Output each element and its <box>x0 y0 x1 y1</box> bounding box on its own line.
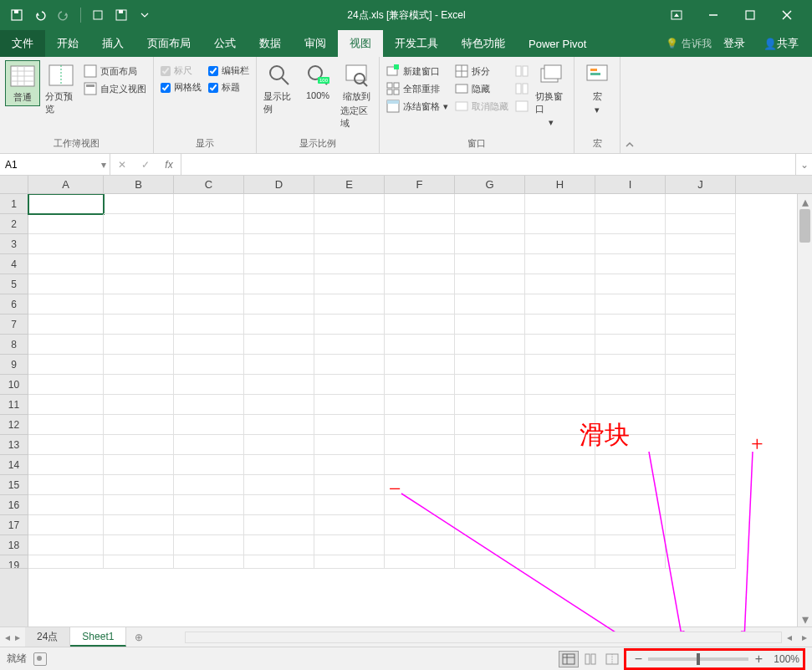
cell-J8[interactable] <box>666 335 736 355</box>
cells-grid[interactable] <box>28 194 797 627</box>
cell-A16[interactable] <box>28 495 104 515</box>
row-header-15[interactable]: 15 <box>0 475 28 495</box>
cell-I15[interactable] <box>595 475 666 495</box>
cell-G8[interactable] <box>455 335 525 355</box>
cell-I11[interactable] <box>595 395 666 415</box>
cell-G4[interactable] <box>455 254 525 274</box>
cell-B4[interactable] <box>104 254 174 274</box>
cell-C12[interactable] <box>174 415 244 435</box>
cell-H1[interactable] <box>525 194 595 214</box>
cell-D3[interactable] <box>244 234 314 254</box>
cell-A9[interactable] <box>28 355 104 375</box>
column-header-E[interactable]: E <box>314 176 385 193</box>
cell-J18[interactable] <box>666 535 736 555</box>
close-button[interactable] <box>769 0 805 30</box>
tab-page-layout[interactable]: 页面布局 <box>135 30 202 57</box>
cell-E3[interactable] <box>314 234 385 254</box>
cell-B13[interactable] <box>104 435 174 455</box>
cell-D15[interactable] <box>244 475 314 495</box>
cell-E6[interactable] <box>314 294 385 315</box>
name-box-dropdown-icon[interactable]: ▾ <box>101 159 106 171</box>
insert-function-button[interactable]: fx <box>157 159 181 171</box>
formula-input[interactable] <box>181 154 795 175</box>
cell-J7[interactable] <box>666 315 736 335</box>
cell-E13[interactable] <box>314 435 385 455</box>
name-box[interactable]: A1 ▾ <box>0 154 110 175</box>
row-header-9[interactable]: 9 <box>0 355 28 375</box>
cell-G14[interactable] <box>455 455 525 475</box>
save-button[interactable] <box>7 5 27 25</box>
sheet-tab-24[interactable]: 24点 <box>25 627 70 647</box>
cell-J1[interactable] <box>666 194 736 214</box>
cell-H6[interactable] <box>525 294 595 315</box>
column-header-J[interactable]: J <box>666 176 736 193</box>
zoom-to-selection-button[interactable]: 缩放到 选定区域 <box>339 60 374 131</box>
cell-A17[interactable] <box>28 515 104 535</box>
sheet-nav-next[interactable]: ▸ <box>15 632 20 643</box>
cell-C1[interactable] <box>174 194 244 214</box>
cell-G1[interactable] <box>455 194 525 214</box>
cell-J4[interactable] <box>666 254 736 274</box>
cell-H10[interactable] <box>525 375 595 395</box>
zoom-slider-thumb[interactable] <box>697 653 700 665</box>
row-header-18[interactable]: 18 <box>0 535 28 555</box>
cell-F19[interactable] <box>385 555 455 569</box>
tell-me[interactable]: 💡告诉我 <box>666 37 712 51</box>
cell-C19[interactable] <box>174 555 244 569</box>
cell-I7[interactable] <box>595 315 666 335</box>
cell-C10[interactable] <box>174 375 244 395</box>
sheet-tab-sheet1[interactable]: Sheet1 <box>70 627 126 647</box>
row-header-1[interactable]: 1 <box>0 194 28 214</box>
cell-B9[interactable] <box>104 355 174 375</box>
cell-C17[interactable] <box>174 515 244 535</box>
cell-F5[interactable] <box>385 274 455 294</box>
cell-D4[interactable] <box>244 254 314 274</box>
cell-B19[interactable] <box>104 555 174 569</box>
column-header-H[interactable]: H <box>525 176 595 193</box>
normal-view-status-button[interactable] <box>559 651 579 667</box>
cell-J13[interactable] <box>666 435 736 455</box>
cell-E17[interactable] <box>314 515 385 535</box>
cell-J3[interactable] <box>666 234 736 254</box>
qat-button-1[interactable] <box>88 5 108 25</box>
cell-B2[interactable] <box>104 214 174 234</box>
cell-I17[interactable] <box>595 515 666 535</box>
zoom-out-button[interactable]: − <box>630 652 646 667</box>
cell-C7[interactable] <box>174 315 244 335</box>
tab-special[interactable]: 特色功能 <box>450 30 517 57</box>
cell-B17[interactable] <box>104 515 174 535</box>
cell-D10[interactable] <box>244 375 314 395</box>
cell-D12[interactable] <box>244 415 314 435</box>
hscroll-left[interactable]: ◂ <box>782 627 797 647</box>
cell-C13[interactable] <box>174 435 244 455</box>
split-button[interactable]: 拆分 <box>453 64 510 79</box>
cell-G17[interactable] <box>455 515 525 535</box>
tab-power-pivot[interactable]: Power Pivot <box>517 30 598 57</box>
page-break-status-button[interactable] <box>602 651 622 667</box>
cell-A2[interactable] <box>28 214 104 234</box>
page-break-preview-button[interactable]: 分页预览 <box>43 60 79 117</box>
row-header-3[interactable]: 3 <box>0 234 28 254</box>
cell-A5[interactable] <box>28 274 104 294</box>
cell-B15[interactable] <box>104 475 174 495</box>
cell-E12[interactable] <box>314 415 385 435</box>
cell-B14[interactable] <box>104 455 174 475</box>
cell-I1[interactable] <box>595 194 666 214</box>
cell-J9[interactable] <box>666 355 736 375</box>
cell-F10[interactable] <box>385 375 455 395</box>
row-header-17[interactable]: 17 <box>0 515 28 535</box>
cell-H3[interactable] <box>525 234 595 254</box>
scroll-down-button[interactable]: ▾ <box>798 611 812 627</box>
gridlines-checkbox[interactable]: 网格线 <box>159 80 203 95</box>
cell-I16[interactable] <box>595 495 666 515</box>
cell-B6[interactable] <box>104 294 174 315</box>
cell-J19[interactable] <box>666 555 736 569</box>
cell-E18[interactable] <box>314 535 385 555</box>
cell-J2[interactable] <box>666 214 736 234</box>
row-header-12[interactable]: 12 <box>0 415 28 435</box>
row-header-8[interactable]: 8 <box>0 335 28 355</box>
cell-G5[interactable] <box>455 274 525 294</box>
sheet-nav-prev[interactable]: ◂ <box>5 632 10 643</box>
normal-view-button[interactable]: 普通 <box>5 60 40 106</box>
cell-A3[interactable] <box>28 234 104 254</box>
